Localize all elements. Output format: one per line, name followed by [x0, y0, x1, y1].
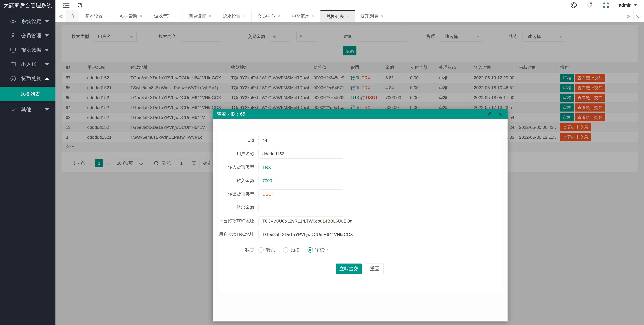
tab-label: 返水设置: [223, 13, 240, 19]
radio-circle-icon: [283, 247, 288, 253]
modal-title: 查看 - ID：65: [217, 111, 245, 117]
sidebar-item-报表数据[interactable]: 报表数据: [0, 43, 56, 57]
user-menu[interactable]: admin: [619, 2, 637, 8]
user-icon: [10, 32, 17, 39]
field-label: 平台打款TRC地址: [218, 218, 254, 224]
tab-label: APP帮助: [120, 13, 137, 19]
sidebar-item-label: 会员管理: [21, 32, 41, 39]
tab-返水设置[interactable]: 返水设置×: [217, 10, 252, 22]
app-title: 大赢家后台管理系统: [0, 0, 56, 11]
minimize-icon[interactable]: [474, 111, 480, 117]
radio-circle-icon: [308, 247, 313, 253]
close-icon[interactable]: ×: [498, 111, 503, 117]
tab-close-icon[interactable]: ×: [140, 14, 142, 18]
tab-close-icon[interactable]: ×: [105, 14, 108, 18]
modal-body: Uid44用户名称dddddd152转入货币类型TRX转入金额7000转出货币类…: [212, 119, 508, 322]
chart-icon: [10, 46, 17, 54]
form-field-row: Uid44: [218, 136, 502, 145]
sidebar-item-货币兑换[interactable]: $货币兑换: [0, 71, 56, 86]
tab-close-icon[interactable]: ×: [381, 14, 383, 18]
chevron-up-icon: [45, 77, 49, 80]
tab-APP帮助[interactable]: APP帮助×: [114, 10, 148, 22]
tab-兑换列表[interactable]: 兑换列表×: [320, 10, 355, 22]
top-header: admin: [56, 0, 644, 10]
status-field-row: 状态 转账拒绝审核中: [218, 247, 502, 253]
tab-会员中心[interactable]: 会员中心×: [252, 10, 286, 22]
field-label: 转出金额: [218, 205, 254, 210]
radio-转账[interactable]: 转账: [258, 247, 275, 253]
tab-佣金设置[interactable]: 佣金设置×: [183, 10, 217, 22]
tag-icon[interactable]: [586, 2, 593, 8]
sidebar-subitem-兑换列表[interactable]: 兑换列表: [0, 87, 56, 101]
tabs-scroll-right[interactable]: »: [623, 10, 634, 22]
radio-circle-icon: [258, 247, 264, 253]
field-input[interactable]: dddddd152: [258, 149, 343, 159]
field-input[interactable]: TC3VvUUCxL2vRL1rLTW6eou14BBL6UuBQq: [258, 216, 343, 226]
sidebar-submenu: 兑换列表: [0, 86, 56, 102]
radio-审核中[interactable]: 审核中: [308, 247, 328, 253]
collapse-sidebar-icon[interactable]: [62, 2, 70, 8]
field-input[interactable]: TGoe8abtXDe1aYPVhjwDCUmH641VHkrCCX: [258, 230, 343, 239]
chevron-down-icon: [45, 49, 49, 51]
tab-close-icon[interactable]: ×: [346, 14, 349, 19]
form-field-row: 用户名称dddddd152: [218, 149, 502, 159]
sidebar-menu: 系统设定会员管理报表数据出入账$货币兑换兑换列表∞其他: [0, 11, 56, 117]
tab-label: 佣金设置: [188, 13, 206, 19]
book-icon: [10, 61, 17, 68]
gear-icon: [10, 18, 17, 25]
tab-close-icon[interactable]: ×: [174, 14, 177, 18]
theme-palette-icon[interactable]: [570, 2, 577, 8]
form-field-row: 转入金额7000: [218, 176, 502, 185]
tab-游戏管理[interactable]: 游戏管理×: [148, 10, 183, 22]
record-form: Uid44用户名称dddddd152转入货币类型TRX转入金额7000转出货币类…: [217, 131, 502, 293]
svg-text:∞: ∞: [12, 107, 14, 112]
tab-label: 提现列表: [361, 13, 378, 19]
view-record-modal: 查看 - ID：65 × Uid44用户名称dddddd152转入货币类型TRX…: [212, 109, 508, 322]
tab-label: 游戏管理: [154, 13, 172, 19]
field-input[interactable]: TRX: [258, 163, 343, 172]
radio-label: 审核中: [315, 247, 328, 253]
sidebar-item-会员管理[interactable]: 会员管理: [0, 28, 56, 43]
tab-close-icon[interactable]: ×: [312, 14, 314, 18]
form-field-row: 转入货币类型TRX: [218, 163, 502, 172]
chevron-down-icon: [45, 108, 49, 111]
chevron-down-icon: [45, 20, 49, 23]
tab-close-icon[interactable]: ×: [209, 14, 211, 18]
field-input[interactable]: 7000: [258, 176, 343, 185]
tab-list: 基本设置×APP帮助×游戏管理×佣金设置×返水设置×会员中心×中奖流水×兑换列表…: [79, 10, 390, 22]
form-field-row: 转出金额: [218, 203, 502, 212]
field-label: 转出货币类型: [218, 191, 254, 197]
tab-home[interactable]: [66, 10, 79, 22]
tab-提现列表[interactable]: 提现列表×: [355, 10, 390, 22]
tab-中奖流水[interactable]: 中奖流水×: [286, 10, 320, 22]
tab-close-icon[interactable]: ×: [278, 14, 280, 18]
fullscreen-icon[interactable]: [603, 2, 610, 8]
sidebar-item-label: 其他: [21, 106, 31, 113]
tabs-menu[interactable]: [634, 10, 644, 22]
status-radio-group: 转账拒绝审核中: [258, 247, 328, 253]
field-input[interactable]: USDT: [258, 189, 343, 199]
home-icon: [70, 13, 75, 19]
reset-button[interactable]: 重置: [366, 264, 384, 274]
sidebar-item-label: 出入账: [21, 61, 36, 68]
tab-label: 中奖流水: [292, 13, 310, 19]
submit-button[interactable]: 立即提交: [336, 264, 362, 274]
sidebar: 大赢家后台管理系统 系统设定会员管理报表数据出入账$货币兑换兑换列表∞其他: [0, 0, 56, 325]
admin-app: 大赢家后台管理系统 系统设定会员管理报表数据出入账$货币兑换兑换列表∞其他 ad…: [0, 0, 644, 325]
user-name: admin: [619, 2, 632, 8]
field-input[interactable]: [258, 203, 343, 212]
tab-close-icon[interactable]: ×: [243, 14, 246, 18]
field-label: 转入金额: [218, 178, 254, 184]
tab-bar: « 基本设置×APP帮助×游戏管理×佣金设置×返水设置×会员中心×中奖流水×兑换…: [56, 10, 644, 22]
tab-基本设置[interactable]: 基本设置×: [79, 10, 114, 22]
radio-拒绝[interactable]: 拒绝: [283, 247, 300, 253]
tabs-scroll-left[interactable]: «: [56, 10, 66, 22]
sidebar-item-系统设定[interactable]: 系统设定: [0, 14, 56, 28]
refresh-icon[interactable]: [77, 2, 83, 8]
maximize-icon[interactable]: [486, 111, 492, 117]
sidebar-item-其他[interactable]: ∞其他: [0, 102, 56, 117]
modal-header: 查看 - ID：65 ×: [212, 109, 508, 119]
chevron-down-icon: [45, 34, 49, 37]
sidebar-item-出入账[interactable]: 出入账: [0, 57, 56, 71]
field-input[interactable]: 44: [258, 136, 343, 145]
